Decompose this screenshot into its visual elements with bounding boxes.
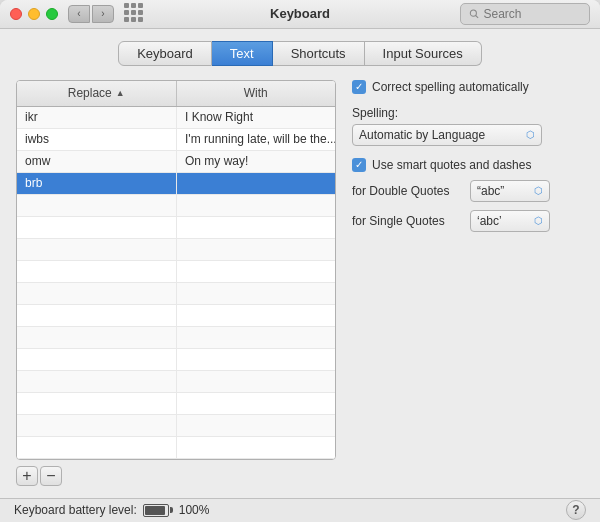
close-button[interactable] [10,8,22,20]
grid-dot [124,10,129,15]
table-row-empty [17,437,335,459]
titlebar: ‹ › Keyboard [0,0,600,29]
empty-cell [17,283,177,304]
with-cell: I'm running late, will be the... [177,129,335,150]
empty-cell [17,393,177,414]
table-row[interactable]: ikr I Know Right [17,107,335,129]
keyboard-window: ‹ › Keyboard Keyboard Text [0,0,600,522]
window-title: Keyboard [270,6,330,21]
replace-cell: iwbs [17,129,177,150]
smart-quotes-label: Use smart quotes and dashes [372,158,531,172]
empty-cell [177,349,335,370]
tab-input-sources[interactable]: Input Sources [365,41,482,66]
right-panel: ✓ Correct spelling automatically Spellin… [352,80,584,486]
empty-cell [17,349,177,370]
tab-shortcuts[interactable]: Shortcuts [273,41,365,66]
table-header: Replace ▲ With [17,81,335,107]
battery-section: Keyboard battery level: 100% [14,503,209,517]
with-cell: I Know Right [177,107,335,128]
table-row-empty [17,393,335,415]
table-row-empty [17,415,335,437]
grid-dot [131,10,136,15]
grid-dot [131,3,136,8]
empty-cell [17,195,177,216]
dropdown-arrow-icon: ⬡ [534,215,543,226]
with-column-header: With [177,81,336,106]
table-controls: + − [16,466,336,486]
table-row[interactable]: iwbs I'm running late, will be the... [17,129,335,151]
back-button[interactable]: ‹ [68,5,90,23]
correct-spelling-checkbox[interactable]: ✓ [352,80,366,94]
battery-fill [145,506,165,515]
search-icon [469,8,479,20]
grid-dot [138,10,143,15]
empty-cell [177,195,335,216]
empty-cell [177,261,335,282]
battery-label: Keyboard battery level: [14,503,137,517]
battery-tip [170,507,173,513]
help-button[interactable]: ? [566,500,586,520]
table-row-empty [17,349,335,371]
spelling-label: Spelling: [352,106,584,120]
double-quotes-dropdown[interactable]: “abc” ⬡ [470,180,550,202]
grid-dot [131,17,136,22]
smart-quotes-checkbox[interactable]: ✓ [352,158,366,172]
traffic-lights [10,8,58,20]
empty-cell [17,217,177,238]
battery-body [143,504,169,517]
with-cell: On my way! [177,151,335,172]
with-cell [177,173,335,194]
spelling-dropdown[interactable]: Automatic by Language ⬡ [352,124,542,146]
table-section: Replace ▲ With ikr I Know Right [16,80,336,486]
grid-dot [124,17,129,22]
grid-icon[interactable] [124,3,146,25]
maximize-button[interactable] [46,8,58,20]
svg-point-0 [470,10,476,16]
add-row-button[interactable]: + [16,466,38,486]
replace-cell: brb [17,173,177,194]
battery-icon [143,504,173,517]
empty-cell [177,327,335,348]
single-quotes-row: for Single Quotes ‘abc’ ⬡ [352,210,584,232]
double-quotes-value: “abc” [477,184,504,198]
svg-line-1 [476,15,479,18]
nav-buttons: ‹ › [68,5,114,23]
empty-cell [177,437,335,458]
table-row-empty [17,371,335,393]
search-input[interactable] [483,7,581,21]
empty-cell [17,261,177,282]
double-quotes-label: for Double Quotes [352,184,462,198]
empty-cell [177,217,335,238]
replace-column-header: Replace ▲ [17,81,177,106]
empty-cell [17,415,177,436]
table-row-empty [17,261,335,283]
table-row-empty [17,217,335,239]
table-row[interactable]: omw On my way! [17,151,335,173]
grid-dot [138,17,143,22]
single-quotes-label: for Single Quotes [352,214,462,228]
spelling-dropdown-text: Automatic by Language [359,128,485,142]
checkmark-icon: ✓ [355,160,363,170]
replace-cell: omw [17,151,177,172]
table-row[interactable]: brb [17,173,335,195]
forward-button[interactable]: › [92,5,114,23]
table-body: ikr I Know Right iwbs I'm running late, … [17,107,335,459]
table-row-empty [17,195,335,217]
empty-cell [17,305,177,326]
single-quotes-dropdown[interactable]: ‘abc’ ⬡ [470,210,550,232]
correct-spelling-label: Correct spelling automatically [372,80,529,94]
empty-cell [177,239,335,260]
spelling-section: Spelling: Automatic by Language ⬡ [352,106,584,146]
empty-cell [177,305,335,326]
tab-bar: Keyboard Text Shortcuts Input Sources [16,41,584,66]
search-box[interactable] [460,3,590,25]
table-row-empty [17,305,335,327]
grid-dot [138,3,143,8]
minimize-button[interactable] [28,8,40,20]
empty-cell [177,283,335,304]
table-row-empty [17,327,335,349]
tab-text[interactable]: Text [212,41,273,66]
tab-keyboard[interactable]: Keyboard [118,41,212,66]
empty-cell [177,393,335,414]
remove-row-button[interactable]: − [40,466,62,486]
